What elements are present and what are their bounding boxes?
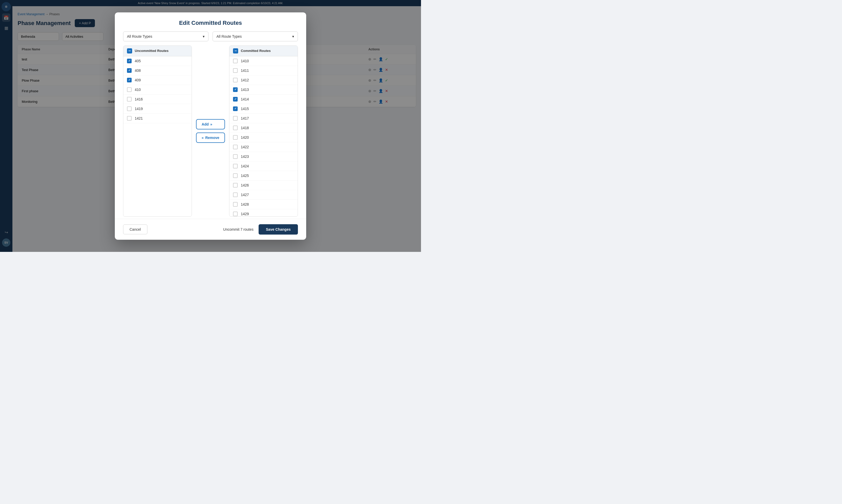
right-route-type-dropdown[interactable]: All Route Types ▾ (212, 32, 298, 41)
route-checkbox-1416[interactable] (127, 97, 132, 102)
list-item[interactable]: 1424 (229, 161, 298, 171)
route-checkbox-1429[interactable] (233, 212, 238, 216)
list-item[interactable]: 1411 (229, 66, 298, 75)
list-item[interactable]: 1412 (229, 75, 298, 85)
cancel-button[interactable]: Cancel (123, 224, 148, 234)
route-checkbox-1420[interactable] (233, 135, 238, 140)
route-checkbox-1421[interactable] (127, 116, 132, 121)
route-checkbox-1428[interactable] (233, 202, 238, 207)
route-checkbox-1424[interactable] (233, 164, 238, 168)
route-id: 1422 (241, 145, 249, 149)
right-chevron-down-icon: ▾ (292, 34, 294, 38)
committed-minus-icon[interactable]: − (233, 48, 238, 53)
uncommitted-minus-icon[interactable]: − (127, 48, 132, 53)
route-id: 1425 (241, 174, 249, 178)
route-id: 1412 (241, 78, 249, 82)
route-checkbox-1425[interactable] (233, 173, 238, 178)
route-checkbox-408[interactable] (127, 68, 132, 73)
modal-body: All Route Types ▾ All Route Types ▾ − Un… (115, 32, 306, 217)
list-item[interactable]: 1427 (229, 190, 298, 200)
route-id: 1413 (241, 88, 249, 92)
modal-title: Edit Committed Routes (123, 20, 298, 26)
left-chevron-down-icon: ▾ (203, 34, 205, 38)
committed-routes-list: − Committed Routes 1410 1411 (229, 46, 298, 217)
uncommitted-routes-label: Uncommitted Routes (135, 49, 169, 53)
route-checkbox-1422[interactable] (233, 145, 238, 149)
add-button-label: Add (202, 122, 209, 126)
list-item[interactable]: 1423 (229, 152, 298, 161)
dropdowns-row: All Route Types ▾ All Route Types ▾ (123, 32, 298, 41)
list-item[interactable]: 410 (123, 85, 192, 94)
list-item[interactable]: 1422 (229, 142, 298, 152)
route-checkbox-1419[interactable] (127, 106, 132, 111)
add-chevron-right-icon: » (210, 122, 212, 126)
route-id: 410 (135, 88, 141, 92)
list-item[interactable]: 1420 (229, 133, 298, 142)
route-id: 409 (135, 78, 141, 82)
left-route-type-dropdown[interactable]: All Route Types ▾ (123, 32, 208, 41)
list-item[interactable]: 1414 (229, 94, 298, 104)
list-item[interactable]: 1417 (229, 114, 298, 123)
remove-button-label: Remove (205, 136, 219, 140)
list-item[interactable]: 1419 (123, 104, 192, 114)
list-item[interactable]: 1425 (229, 171, 298, 181)
list-item[interactable]: 408 (123, 66, 192, 75)
right-dropdown-label: All Route Types (217, 34, 242, 38)
route-checkbox-1415[interactable] (233, 106, 238, 111)
route-checkbox-409[interactable] (127, 78, 132, 83)
route-id: 405 (135, 59, 141, 63)
route-checkbox-1410[interactable] (233, 59, 238, 63)
uncommit-routes-text: Uncommit 7 routes (223, 227, 254, 232)
route-checkbox-1414[interactable] (233, 97, 238, 102)
route-checkbox-1413[interactable] (233, 87, 238, 92)
footer-right: Uncommit 7 routes Save Changes (223, 224, 298, 235)
route-checkbox-405[interactable] (127, 59, 132, 63)
route-id: 1415 (241, 107, 249, 111)
modal-header: Edit Committed Routes (115, 13, 306, 32)
route-checkbox-410[interactable] (127, 87, 132, 92)
route-id: 408 (135, 69, 141, 73)
route-id: 1410 (241, 59, 249, 63)
route-checkbox-1423[interactable] (233, 154, 238, 159)
list-item[interactable]: 1428 (229, 200, 298, 209)
route-id: 1429 (241, 212, 249, 216)
route-id: 1418 (241, 126, 249, 130)
remove-routes-button[interactable]: « Remove (196, 132, 225, 143)
route-id: 1414 (241, 97, 249, 101)
route-id: 1428 (241, 202, 249, 206)
route-id: 1416 (135, 97, 143, 101)
route-id: 1420 (241, 136, 249, 140)
list-item[interactable]: 1413 (229, 85, 298, 94)
remove-chevron-left-icon: « (202, 136, 204, 140)
route-id: 1424 (241, 164, 249, 168)
route-checkbox-1417[interactable] (233, 116, 238, 121)
list-item[interactable]: 1426 (229, 181, 298, 190)
committed-routes-label: Committed Routes (241, 49, 271, 53)
list-item[interactable]: 1421 (123, 114, 192, 123)
uncommitted-routes-header: − Uncommitted Routes (123, 46, 192, 56)
route-checkbox-1412[interactable] (233, 78, 238, 83)
list-item[interactable]: 405 (123, 56, 192, 66)
save-changes-button[interactable]: Save Changes (259, 224, 298, 235)
route-checkbox-1427[interactable] (233, 193, 238, 197)
modal-overlay: Edit Committed Routes All Route Types ▾ … (0, 0, 421, 252)
list-item[interactable]: 1429 (229, 209, 298, 216)
route-id: 1426 (241, 183, 249, 187)
route-checkbox-1411[interactable] (233, 68, 238, 73)
committed-routes-items: 1410 1411 1412 1413 (229, 56, 298, 216)
add-routes-button[interactable]: Add » (196, 119, 225, 129)
route-checkbox-1418[interactable] (233, 126, 238, 130)
route-id: 1419 (135, 107, 143, 111)
list-item[interactable]: 1415 (229, 104, 298, 114)
list-item[interactable]: 1410 (229, 56, 298, 66)
route-id: 1423 (241, 155, 249, 159)
list-item[interactable]: 1418 (229, 123, 298, 133)
list-item[interactable]: 409 (123, 75, 192, 85)
route-checkbox-1426[interactable] (233, 183, 238, 187)
route-id: 1427 (241, 193, 249, 197)
list-item[interactable]: 1416 (123, 94, 192, 104)
committed-routes-header: − Committed Routes (229, 46, 298, 56)
route-id: 1421 (135, 116, 143, 120)
route-id: 1417 (241, 116, 249, 120)
edit-committed-routes-modal: Edit Committed Routes All Route Types ▾ … (115, 13, 306, 240)
